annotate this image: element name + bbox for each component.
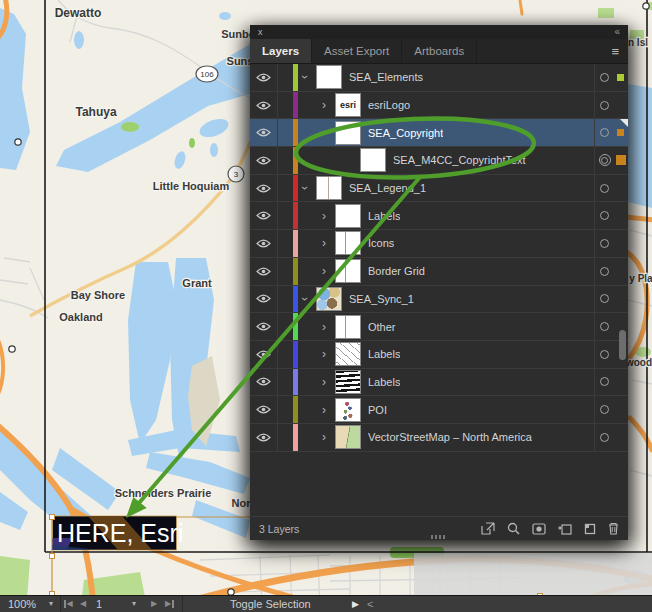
layer-row[interactable]: › SEA_Elements — [250, 64, 628, 92]
layer-row[interactable]: › Labels — [250, 202, 628, 230]
play-icon[interactable]: ▶ — [352, 596, 359, 612]
target-circle[interactable] — [595, 211, 614, 220]
visibility-toggle-eye-icon[interactable] — [250, 424, 278, 451]
layer-row[interactable]: › SEA_Legend_1 — [250, 175, 628, 203]
layer-row[interactable]: › POI — [250, 396, 628, 424]
previous-artboard-button[interactable]: ◀ — [80, 596, 86, 612]
close-icon[interactable]: x — [258, 28, 263, 37]
layer-row[interactable]: › Other — [250, 313, 628, 341]
layer-thumbnail[interactable] — [335, 342, 361, 366]
expand-chevron-icon[interactable]: › — [299, 292, 311, 306]
lock-toggle[interactable] — [278, 230, 293, 257]
artboard-number-field[interactable]: 1 — [96, 596, 102, 612]
lock-toggle[interactable] — [278, 396, 293, 423]
layer-name[interactable]: POI — [368, 404, 387, 416]
status-action-label[interactable]: Toggle Selection — [230, 596, 311, 612]
delete-layer-icon[interactable] — [608, 522, 619, 535]
layer-row[interactable]: › SEA_Copyright — [250, 119, 628, 147]
expand-chevron-icon[interactable]: › — [317, 321, 331, 333]
lock-toggle[interactable] — [278, 258, 293, 285]
lock-toggle[interactable] — [278, 369, 293, 396]
tab-asset-export[interactable]: Asset Export — [312, 39, 402, 63]
expand-chevron-icon[interactable]: › — [317, 376, 331, 388]
visibility-toggle-eye-icon[interactable] — [250, 313, 278, 340]
locate-object-icon[interactable] — [507, 522, 520, 535]
layer-row[interactable]: › Border Grid — [250, 258, 628, 286]
visibility-toggle-eye-icon[interactable] — [250, 64, 278, 91]
layer-name[interactable]: SEA_Legend_1 — [349, 182, 426, 194]
layer-name[interactable]: VectorStreetMap – North America — [368, 431, 532, 443]
panel-menu-icon[interactable]: ≡ — [611, 45, 619, 58]
layer-thumbnail[interactable] — [335, 398, 361, 422]
lock-toggle[interactable] — [278, 424, 293, 451]
lock-toggle[interactable] — [278, 175, 293, 202]
layer-row[interactable]: › esri esriLogo — [250, 92, 628, 120]
layer-name[interactable]: Labels — [368, 210, 400, 222]
expand-chevron-icon[interactable]: › — [299, 181, 311, 195]
layer-thumbnail[interactable]: esri — [335, 93, 361, 117]
target-circle[interactable] — [595, 154, 614, 166]
visibility-toggle-eye-icon[interactable] — [250, 230, 278, 257]
target-circle[interactable] — [595, 405, 614, 414]
visibility-toggle-eye-icon[interactable] — [250, 202, 278, 229]
expand-chevron-icon[interactable]: › — [317, 348, 331, 360]
visibility-toggle-eye-icon[interactable] — [250, 369, 278, 396]
visibility-toggle-eye-icon[interactable] — [250, 147, 278, 174]
expand-chevron-icon[interactable]: › — [317, 237, 331, 249]
panel-titlebar[interactable]: x « — [250, 25, 628, 39]
target-circle[interactable] — [595, 101, 614, 110]
layer-name[interactable]: Other — [368, 321, 396, 333]
visibility-toggle-eye-icon[interactable] — [250, 341, 278, 368]
visibility-toggle-eye-icon[interactable] — [250, 286, 278, 313]
target-circle[interactable] — [595, 73, 614, 82]
expand-chevron-icon[interactable]: › — [317, 265, 331, 277]
target-circle[interactable] — [595, 433, 614, 442]
target-circle[interactable] — [595, 377, 614, 386]
layer-name[interactable]: SEA_Elements — [349, 71, 423, 83]
lock-toggle[interactable] — [278, 286, 293, 313]
layer-thumbnail[interactable] — [335, 315, 361, 339]
create-new-layer-icon[interactable] — [584, 523, 596, 535]
lock-toggle[interactable] — [278, 92, 293, 119]
create-sublayer-icon[interactable] — [558, 523, 572, 535]
layer-thumbnail[interactable] — [316, 287, 342, 311]
layer-name[interactable]: Icons — [368, 237, 394, 249]
layer-thumbnail[interactable] — [335, 370, 361, 394]
layer-row[interactable]: › SEA_M4CC_CopyrightText — [250, 147, 628, 175]
expand-chevron-icon[interactable]: › — [318, 126, 330, 140]
layer-thumbnail[interactable] — [335, 259, 361, 283]
target-circle[interactable] — [595, 184, 614, 193]
layer-name[interactable]: esriLogo — [368, 99, 410, 111]
layer-name[interactable]: SEA_Copyright — [368, 127, 443, 139]
layer-thumbnail[interactable] — [335, 231, 361, 255]
layer-row[interactable]: › VectorStreetMap – North America — [250, 424, 628, 452]
layer-name[interactable]: SEA_Sync_1 — [349, 293, 414, 305]
layer-thumbnail[interactable] — [360, 148, 386, 172]
last-artboard-button[interactable]: ▶ — [165, 596, 174, 612]
layer-row[interactable]: › Icons — [250, 230, 628, 258]
lock-toggle[interactable] — [278, 202, 293, 229]
zoom-level[interactable]: 100% — [8, 596, 36, 612]
target-circle[interactable] — [595, 294, 614, 303]
lock-toggle[interactable] — [278, 119, 293, 146]
visibility-toggle-eye-icon[interactable] — [250, 92, 278, 119]
target-circle[interactable] — [595, 267, 614, 276]
copyright-text[interactable]: HERE, Esri — [57, 519, 183, 547]
layer-name[interactable]: Border Grid — [368, 265, 425, 277]
layer-thumbnail[interactable] — [335, 121, 361, 145]
layer-row[interactable]: › Labels — [250, 341, 628, 369]
target-circle[interactable] — [595, 350, 614, 359]
collapse-panel-icon[interactable]: « — [614, 27, 620, 37]
layer-name[interactable]: SEA_M4CC_CopyrightText — [393, 154, 526, 166]
visibility-toggle-eye-icon[interactable] — [250, 258, 278, 285]
layer-row[interactable]: › Labels — [250, 369, 628, 397]
target-circle[interactable] — [595, 128, 614, 137]
first-artboard-button[interactable]: ◀ — [64, 596, 73, 612]
next-artboard-button[interactable]: ▶ — [151, 596, 157, 612]
tab-layers[interactable]: Layers — [250, 39, 312, 63]
zoom-dropdown-icon[interactable]: ▾ — [49, 596, 53, 612]
copyright-text-object[interactable]: HERE, Esri — [53, 516, 184, 550]
collect-for-export-icon[interactable] — [481, 522, 495, 535]
panel-scrollbar-thumb[interactable] — [619, 330, 626, 360]
panel-resize-grip[interactable] — [431, 535, 447, 539]
